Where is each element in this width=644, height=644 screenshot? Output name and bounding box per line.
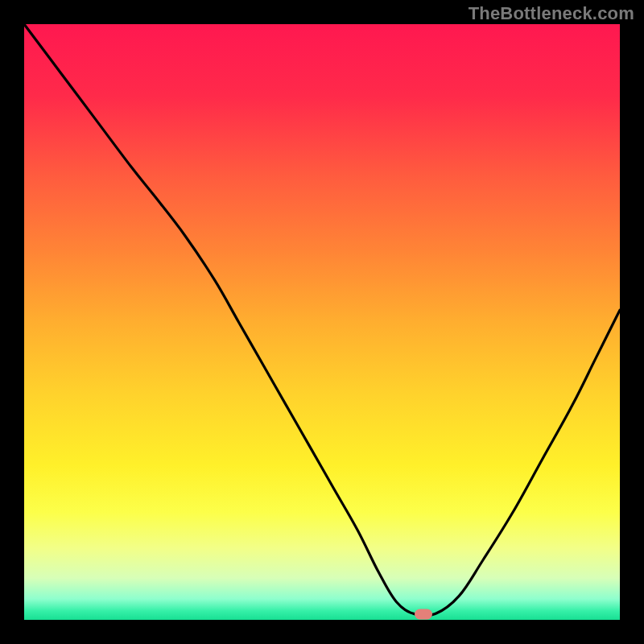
watermark-label: TheBottleneck.com: [469, 3, 634, 24]
plot-area: [24, 24, 620, 620]
chart-frame: TheBottleneck.com: [0, 0, 644, 644]
bottleneck-curve: [24, 24, 620, 620]
current-config-marker-icon: [415, 609, 432, 619]
